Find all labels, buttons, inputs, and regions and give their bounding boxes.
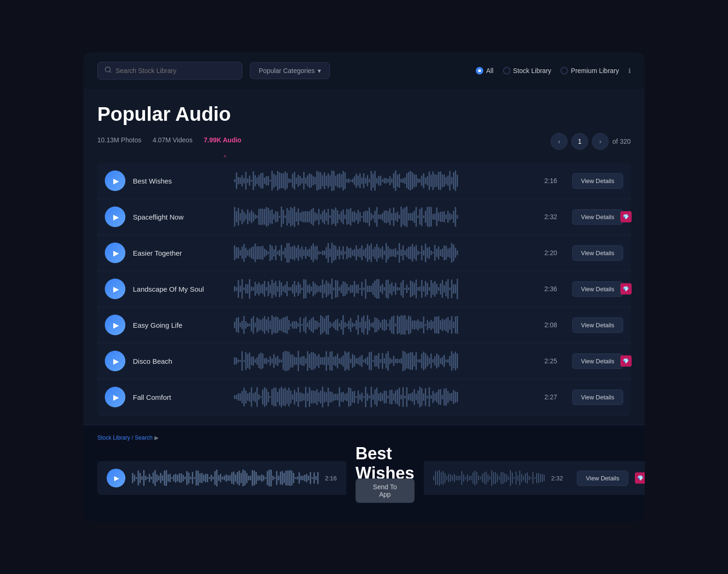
track-name: Easier Together [133, 249, 226, 257]
app-container: Popular Categories ▾ All Stock Library P… [83, 52, 645, 522]
track-name: Spaceflight Now [133, 213, 226, 221]
chevron-down-icon: ▾ [318, 67, 321, 74]
search-icon [104, 66, 112, 75]
categories-button[interactable]: Popular Categories ▾ [250, 62, 330, 79]
bottom-track-title: Best Wishes [356, 444, 415, 483]
play-button-0[interactable]: ▶ [105, 170, 125, 191]
bottom-playing-duration: 2:16 [325, 475, 337, 482]
play-icon: ▶ [114, 474, 119, 482]
stats-row: 10.13M Photos 4.07M Videos 7.99K Audio [97, 136, 241, 144]
track-row: ▶ Disco Beach 2:25 View Details 💎 [97, 343, 631, 379]
track-row: ▶ Easy Going Life 2:08 View Details [97, 307, 631, 343]
breadcrumb-link[interactable]: Stock Library / Search [97, 434, 153, 441]
pagination-next[interactable]: › [592, 133, 609, 150]
bottom-waveform-right [433, 468, 545, 488]
play-icon: ▶ [113, 357, 119, 366]
track-name: Disco Beach [133, 357, 226, 365]
pagination-prev[interactable]: ‹ [551, 133, 568, 150]
search-box [97, 62, 242, 80]
bottom-right-panel: 2:32 View Details 💎 [424, 461, 645, 495]
bottom-right-duration: 2:32 [551, 475, 563, 482]
view-details-button-0[interactable]: View Details [572, 173, 623, 189]
waveform-6 [234, 386, 531, 408]
pagination-current-page: 1 [571, 133, 588, 150]
info-icon[interactable]: ℹ [628, 67, 631, 74]
view-details-button-3[interactable]: View Details [572, 281, 623, 297]
track-row: ▶ Easier Together 2:20 View Details [97, 235, 631, 271]
page-title: Popular Audio [97, 103, 631, 125]
bottom-player-left: ▶ 2:16 [97, 461, 346, 495]
breadcrumb: Stock Library / Search ▶ [97, 430, 631, 444]
filter-premium[interactable]: Premium Library [561, 67, 619, 74]
waveform-4 [234, 314, 531, 336]
play-icon: ▶ [113, 213, 119, 221]
waveform-5 [234, 350, 531, 372]
play-icon: ▶ [113, 249, 119, 258]
bottom-center: Best Wishes Send To App [346, 444, 424, 512]
play-icon: ▶ [113, 393, 119, 402]
filter-all[interactable]: All [476, 67, 494, 74]
stats-pagination-row: 10.13M Photos 4.07M Videos 7.99K Audio ‹… [97, 133, 631, 150]
track-name: Easy Going Life [133, 321, 226, 329]
track-duration: 2:25 [539, 357, 557, 365]
header: Popular Categories ▾ All Stock Library P… [83, 52, 645, 89]
filter-stock[interactable]: Stock Library [503, 67, 552, 74]
premium-badge: 💎 [620, 283, 632, 294]
track-name: Landscape Of My Soul [133, 285, 226, 293]
bottom-premium-badge: 💎 [635, 472, 645, 484]
view-details-button-1[interactable]: View Details [572, 209, 623, 225]
send-to-app-button[interactable]: Send To App [356, 478, 415, 503]
play-icon: ▶ [113, 177, 119, 185]
svg-point-0 [105, 67, 110, 72]
play-button-2[interactable]: ▶ [105, 243, 125, 263]
radio-all-indicator [476, 67, 483, 74]
track-duration: 2:32 [539, 213, 557, 221]
bottom-play-button[interactable]: ▶ [107, 469, 125, 487]
audio-underline: ^ [224, 153, 631, 161]
track-row: ▶ Landscape Of My Soul 2:36 View Details… [97, 271, 631, 307]
waveform-3 [234, 278, 531, 300]
track-duration: 2:16 [539, 177, 557, 184]
view-details-button-2[interactable]: View Details [572, 245, 623, 261]
track-name: Fall Comfort [133, 393, 226, 401]
bottom-player: ▶ 2:16 Best Wishes Send To App 2:32 View… [97, 444, 631, 512]
bottom-view-details-button[interactable]: View Details [577, 471, 628, 486]
waveform-1 [234, 206, 531, 228]
breadcrumb-arrow: ▶ [154, 434, 159, 441]
track-duration: 2:36 [539, 285, 557, 293]
radio-stock-indicator [503, 67, 510, 74]
track-row: ▶ Spaceflight Now 2:32 View Details 💎 [97, 199, 631, 235]
play-icon: ▶ [113, 285, 119, 294]
bottom-section: Stock Library / Search ▶ ▶ 2:16 Best Wis… [83, 425, 645, 522]
track-list: ▶ Best Wishes 2:16 View Details ▶ Spacef… [97, 163, 631, 415]
track-duration: 2:27 [539, 393, 557, 401]
waveform-2 [234, 242, 531, 264]
play-button-3[interactable]: ▶ [105, 279, 125, 299]
view-details-button-4[interactable]: View Details [572, 317, 623, 333]
pagination: ‹ 1 › of 320 [551, 133, 631, 150]
premium-badge: 💎 [620, 211, 632, 222]
stat-photos: 10.13M Photos [97, 136, 141, 144]
track-duration: 2:20 [539, 249, 557, 257]
pagination-total: of 320 [612, 138, 631, 145]
play-button-5[interactable]: ▶ [105, 351, 125, 371]
track-row: ▶ Fall Comfort 2:27 View Details [97, 379, 631, 415]
play-button-6[interactable]: ▶ [105, 387, 125, 407]
track-row: ▶ Best Wishes 2:16 View Details [97, 163, 631, 199]
stat-audio: 7.99K Audio [204, 136, 241, 144]
premium-badge: 💎 [620, 355, 632, 367]
search-input[interactable] [116, 67, 235, 74]
track-duration: 2:08 [539, 321, 557, 329]
play-button-1[interactable]: ▶ [105, 206, 125, 227]
radio-premium-indicator [561, 67, 568, 74]
stat-videos: 4.07M Videos [153, 136, 192, 144]
filter-group: All Stock Library Premium Library ℹ [476, 67, 631, 74]
view-details-button-6[interactable]: View Details [572, 390, 623, 405]
play-button-4[interactable]: ▶ [105, 315, 125, 335]
track-name: Best Wishes [133, 177, 226, 185]
main-content: Popular Audio 10.13M Photos 4.07M Videos… [83, 89, 645, 425]
waveform-0 [234, 169, 531, 192]
view-details-button-5[interactable]: View Details [572, 353, 623, 369]
play-icon: ▶ [113, 321, 119, 330]
bottom-waveform [132, 468, 319, 488]
